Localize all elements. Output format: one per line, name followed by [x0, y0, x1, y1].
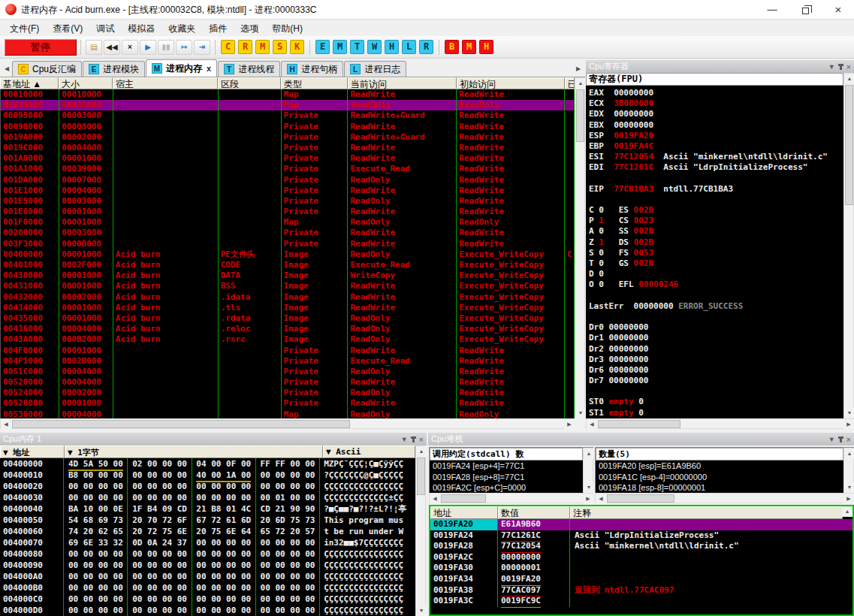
- column-header-1[interactable]: 大小: [59, 77, 113, 89]
- arg-row[interactable]: 0019FA1C [esp-4]=00000000: [599, 472, 843, 483]
- dump-row[interactable]: 00400010B8 00 00 0000 00 00 0040 00 1A 0…: [0, 470, 415, 481]
- scroll-right-icon[interactable]: ▶: [583, 494, 593, 504]
- scroll-up-icon[interactable]: ▲: [842, 506, 852, 517]
- menu-item[interactable]: 查看(V): [46, 20, 89, 38]
- register-line[interactable]: A 0 SS 002B: [589, 226, 843, 237]
- scroll-up-icon[interactable]: ▲: [416, 446, 427, 457]
- register-line[interactable]: Dr2 00000000: [589, 344, 843, 355]
- step-into-icon[interactable]: ↦: [176, 40, 192, 55]
- register-line[interactable]: EBX 00000000: [589, 120, 843, 131]
- stack-row[interactable]: 0019FA20E61A9B60: [430, 519, 852, 530]
- scroll-right-icon[interactable]: ▶: [564, 419, 575, 430]
- register-line[interactable]: Dr7 00000000: [589, 376, 843, 386]
- column-header-0[interactable]: 基地址 ▲: [0, 77, 59, 89]
- register-line[interactable]: T 0 GS 002B: [589, 258, 843, 269]
- call-left-hscrollbar[interactable]: ◀ ▶: [429, 493, 593, 503]
- dump-row[interactable]: 004000D000 00 00 0000 00 00 0000 00 00 0…: [0, 605, 415, 616]
- dump-column-header-1[interactable]: ▼ 1字节: [65, 445, 323, 458]
- toolbar-letter-button-k[interactable]: K: [290, 40, 304, 54]
- table-row[interactable]: 001E100000004000PrivateReadWriteReadWrit…: [1, 186, 575, 196]
- dump-row[interactable]: 004000C000 00 00 0000 00 00 0000 00 00 0…: [0, 593, 415, 605]
- memory-table-vscrollbar[interactable]: ▲ ▼: [575, 77, 585, 418]
- scroll-down-icon[interactable]: ▼: [844, 408, 854, 418]
- menu-item[interactable]: 选项: [234, 20, 265, 38]
- column-header-2[interactable]: 宿主: [113, 77, 218, 89]
- register-line[interactable]: EIP 77CB1BA3 ntdll.77CB1BA3: [589, 184, 843, 195]
- toolbar-letter-button-t[interactable]: T: [350, 40, 364, 54]
- register-line[interactable]: Dr3 00000000: [589, 355, 843, 365]
- tab-进程句柄[interactable]: H进程句柄: [281, 61, 343, 77]
- table-row[interactable]: 004F000000001000PrivateReadWriteReadWrit…: [1, 346, 575, 356]
- dropdown-icon[interactable]: ▼: [828, 436, 835, 443]
- register-line[interactable]: P 1 CS 0023: [589, 216, 843, 226]
- close-panel-icon[interactable]: ×: [419, 435, 424, 444]
- toolbar-letter-button-m[interactable]: M: [333, 40, 347, 54]
- table-row[interactable]: 001A000000001000PrivateReadWriteReadWrit…: [1, 153, 575, 164]
- dump-row[interactable]: 0040003000 00 00 0000 00 00 0000 00 00 0…: [0, 492, 415, 503]
- toolbar-letter-button-h[interactable]: H: [385, 40, 399, 54]
- table-row[interactable]: 004F10000002B000PrivateExecute_ReadReadW…: [1, 356, 575, 367]
- register-line[interactable]: EBP 0019FA4C: [589, 141, 843, 152]
- dump-row[interactable]: 00400040BA 10 00 0E1F B4 09 CD21 B8 01 4…: [0, 503, 415, 515]
- scroll-thumb[interactable]: [417, 457, 425, 495]
- column-header-7[interactable]: 已: [565, 77, 575, 89]
- pause-icon[interactable]: ▮▮: [158, 40, 174, 55]
- dump-column-header-0[interactable]: ▼ 地址: [0, 445, 65, 458]
- pin-icon[interactable]: [412, 436, 415, 442]
- menu-item[interactable]: 调试: [89, 20, 121, 38]
- table-row[interactable]: 0043100000001000Acid burnBSSImageReadWri…: [1, 281, 575, 291]
- register-line[interactable]: EDX 00000000: [589, 109, 843, 119]
- call-convention-header[interactable]: 调用约定(stdcall) 数: [430, 448, 583, 460]
- tab-进程模块[interactable]: E进程模块: [83, 61, 145, 77]
- close-panel-icon[interactable]: ×: [846, 435, 851, 444]
- toolbar-letter-button-h[interactable]: H: [479, 40, 493, 54]
- stack-column-header-2[interactable]: 注释: [570, 506, 843, 519]
- scroll-thumb[interactable]: [441, 494, 486, 503]
- scroll-up-icon[interactable]: ▲: [575, 78, 586, 89]
- table-row[interactable]: 000400000001D000MapReadOnlyReadOnly: [1, 100, 575, 110]
- register-line[interactable]: ESP 0019FA20: [589, 131, 843, 141]
- stack-column-header-1[interactable]: 数值: [498, 506, 570, 519]
- menu-item[interactable]: 插件: [202, 20, 234, 38]
- dump-row[interactable]: 0040007069 6E 33 320D 0A 24 3700 00 00 0…: [0, 537, 415, 548]
- dump-row[interactable]: 004000004D 5A 50 0002 00 00 0004 00 0F 0…: [0, 458, 415, 470]
- call-row[interactable]: 0019FA24 [esp+4]=77C1: [433, 460, 583, 472]
- register-line[interactable]: [589, 195, 843, 205]
- call-row[interactable]: 0019FA28 [esp+8]=77C1: [433, 472, 583, 483]
- dump-row[interactable]: 0040005054 68 69 7320 70 72 6F67 72 61 6…: [0, 515, 415, 526]
- tab-进程日志[interactable]: L进程日志: [344, 61, 406, 77]
- register-line[interactable]: Dr6 00000000: [589, 365, 843, 376]
- registers-hscrollbar[interactable]: ◀ ▶: [586, 418, 854, 429]
- tab-Cpu反汇编[interactable]: CCpu反汇编: [12, 61, 82, 77]
- table-row[interactable]: 001F000000001000MapReadOnlyReadOnly: [1, 217, 575, 228]
- table-row[interactable]: 0043200000002000Acid burn.idataImageRead…: [1, 292, 575, 303]
- register-line[interactable]: S 0 FS 0053: [589, 248, 843, 258]
- dropdown-icon[interactable]: ▼: [401, 436, 408, 443]
- scroll-right-icon[interactable]: ▶: [843, 494, 854, 504]
- register-line[interactable]: Dr0 00000000: [589, 322, 843, 333]
- call-left-vscrollbar[interactable]: ▲ ▼: [583, 448, 593, 493]
- menu-item[interactable]: 帮助(H): [265, 20, 309, 38]
- toolbar-letter-button-b[interactable]: B: [445, 40, 459, 54]
- register-line[interactable]: EDI 77C1261C Ascii "LdrpInitializeProces…: [589, 162, 843, 173]
- register-line[interactable]: [589, 386, 843, 397]
- table-row[interactable]: 0052600000001000PrivateReadWriteReadWrit…: [1, 398, 575, 409]
- register-line[interactable]: [589, 291, 843, 301]
- dump-column-header-2[interactable]: ▼ Ascii: [323, 445, 415, 458]
- register-line[interactable]: Dr1 00000000: [589, 333, 843, 343]
- dump-row[interactable]: 0040009000 00 00 0000 00 00 0000 00 00 0…: [0, 560, 415, 571]
- table-row[interactable]: 0043500000001000Acid burn.rdataImageRead…: [1, 313, 575, 324]
- column-header-6[interactable]: 初始访问: [457, 77, 565, 89]
- register-line[interactable]: [589, 174, 843, 184]
- stack-row[interactable]: 0019FA2877C12054Ascii "minkernel\ntdll\l…: [430, 541, 852, 552]
- stack-row[interactable]: 0019FA2C00000000: [430, 552, 852, 563]
- scroll-left-icon[interactable]: ◀: [596, 494, 606, 504]
- tab-close-icon[interactable]: x: [207, 64, 211, 73]
- scroll-down-icon[interactable]: ▼: [416, 605, 427, 616]
- table-row[interactable]: 0019C00000004000PrivateReadWriteReadWrit…: [1, 143, 575, 153]
- toolbar-letter-button-w[interactable]: W: [367, 40, 382, 54]
- stop-icon[interactable]: ×: [122, 40, 138, 55]
- tab-进程内存[interactable]: M进程内存x: [146, 59, 217, 77]
- register-line[interactable]: ESI 77C12054 Ascii "minkernel\ntdll\ldri…: [589, 152, 843, 162]
- register-line[interactable]: ST1 empty 0: [589, 408, 843, 418]
